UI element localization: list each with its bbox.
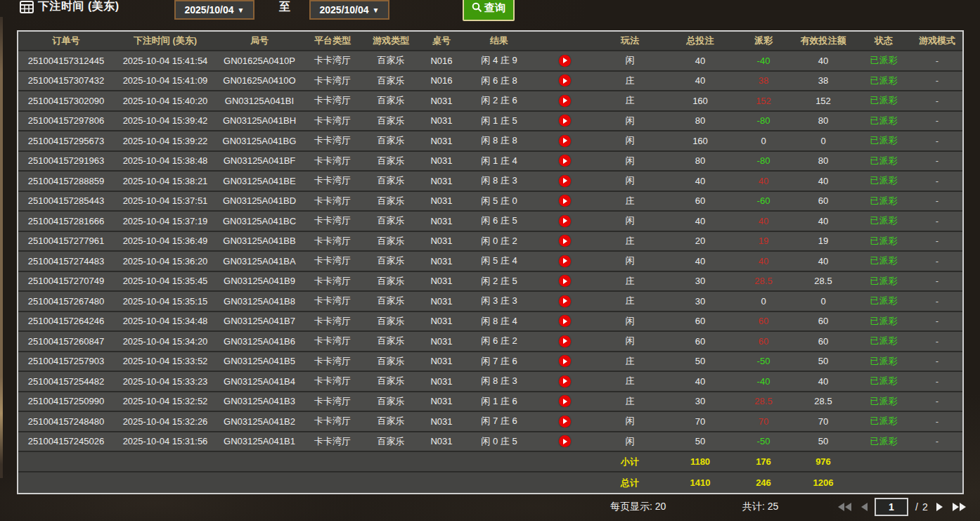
cell-play: 庄 xyxy=(595,94,665,107)
date-to-select[interactable]: 2025/10/04 ▼ xyxy=(309,0,389,20)
cell-order: 251004157274483 xyxy=(18,256,114,266)
cell-order: 251004157288859 xyxy=(18,176,114,186)
header-play: 玩法 xyxy=(595,34,665,47)
cell-total: 60 xyxy=(665,195,735,206)
first-page-button[interactable] xyxy=(835,500,854,514)
table-row: 2510041572484802025-10-04 15:32:26GN0312… xyxy=(18,412,962,432)
cell-order: 251004157295673 xyxy=(18,136,114,146)
page-number-input[interactable] xyxy=(875,498,908,516)
cell-video xyxy=(534,275,595,287)
grand-total-payout: 246 xyxy=(735,477,792,488)
replay-video-icon[interactable] xyxy=(559,275,571,287)
cell-time: 2025-10-04 15:34:48 xyxy=(114,316,217,326)
cell-valid: 80 xyxy=(792,155,855,166)
cell-table: N031 xyxy=(419,336,464,347)
replay-video-icon[interactable] xyxy=(559,255,571,267)
cell-result: 闲 2 庄 5 xyxy=(464,275,534,288)
cell-payout: 152 xyxy=(735,96,792,106)
last-page-button[interactable] xyxy=(950,500,969,514)
cell-status: 已派彩 xyxy=(855,395,913,408)
replay-video-icon[interactable] xyxy=(559,175,571,187)
cell-total: 40 xyxy=(665,256,735,266)
cell-video xyxy=(534,335,595,347)
subtotal-label: 小计 xyxy=(595,456,665,468)
replay-video-icon[interactable] xyxy=(559,155,571,167)
cell-platform: 卡卡湾厅 xyxy=(302,415,363,427)
header-total-bet: 总投注 xyxy=(665,34,735,47)
cell-round: GN03125A041B7 xyxy=(217,316,302,326)
cell-total: 80 xyxy=(665,115,735,126)
cell-play: 闲 xyxy=(595,214,665,227)
cell-payout: 60 xyxy=(735,316,792,326)
cell-order: 251004157281666 xyxy=(18,216,114,226)
cell-video xyxy=(534,75,595,86)
cell-payout: 40 xyxy=(735,216,792,226)
cell-time: 2025-10-04 15:33:52 xyxy=(114,356,217,366)
replay-video-icon[interactable] xyxy=(559,75,571,86)
replay-video-icon[interactable] xyxy=(559,55,571,67)
replay-video-icon[interactable] xyxy=(559,335,571,347)
next-page-button[interactable] xyxy=(934,500,946,514)
table-row: 2510041572707492025-10-04 15:35:45GN0312… xyxy=(18,272,962,292)
cell-time: 2025-10-04 15:37:19 xyxy=(114,216,217,226)
cell-video xyxy=(534,115,595,127)
table-row: 2510041572544822025-10-04 15:33:23GN0312… xyxy=(18,372,962,392)
cell-platform: 卡卡湾厅 xyxy=(302,375,363,387)
cell-game: 百家乐 xyxy=(363,255,419,267)
cell-time: 2025-10-04 15:32:52 xyxy=(114,396,217,406)
replay-video-icon[interactable] xyxy=(559,295,571,307)
table-row: 2510041572816662025-10-04 15:37:19GN0312… xyxy=(18,212,962,232)
filter-bar: 下注时间 (美东) 2025/10/04 ▼ 至 2025/10/04 ▼ 查询 xyxy=(0,0,980,28)
replay-video-icon[interactable] xyxy=(559,416,571,427)
cell-status: 已派彩 xyxy=(855,155,913,167)
cell-game: 百家乐 xyxy=(363,315,419,328)
cell-mode: - xyxy=(913,356,962,366)
replay-video-icon[interactable] xyxy=(559,135,571,147)
cell-round: GN03125A041BG xyxy=(217,136,302,146)
header-game: 游戏类型 xyxy=(363,34,419,47)
cell-play: 闲 xyxy=(595,174,665,187)
cell-payout: 40 xyxy=(735,176,792,186)
cell-mode: - xyxy=(913,296,962,307)
grand-total-label: 总计 xyxy=(595,477,665,489)
cell-status: 已派彩 xyxy=(855,94,913,107)
table-row: 2510041573124452025-10-04 15:41:54GN0162… xyxy=(18,51,962,72)
cell-time: 2025-10-04 15:41:54 xyxy=(114,56,217,66)
prev-page-button[interactable] xyxy=(858,500,870,514)
replay-video-icon[interactable] xyxy=(559,435,571,447)
cell-mode: - xyxy=(913,56,962,66)
replay-video-icon[interactable] xyxy=(559,395,571,407)
replay-video-icon[interactable] xyxy=(559,195,571,207)
cell-video xyxy=(534,395,595,407)
replay-video-icon[interactable] xyxy=(559,115,571,127)
cell-round: GN03125A041B8 xyxy=(217,296,302,307)
bet-time-filter-label: 下注时间 (美东) xyxy=(38,0,120,14)
replay-video-icon[interactable] xyxy=(559,375,571,387)
cell-play: 闲 xyxy=(595,134,665,147)
subtotal-payout: 176 xyxy=(735,456,792,467)
cell-table: N031 xyxy=(419,416,464,427)
cell-total: 80 xyxy=(665,155,735,166)
date-from-select[interactable]: 2025/10/04 ▼ xyxy=(174,0,254,20)
replay-video-icon[interactable] xyxy=(559,215,571,227)
replay-video-icon[interactable] xyxy=(559,315,571,327)
replay-video-icon[interactable] xyxy=(559,235,571,247)
table-row: 2510041572888592025-10-04 15:38:21GN0312… xyxy=(18,172,962,192)
cell-mode: - xyxy=(913,436,962,446)
cell-play: 庄 xyxy=(595,295,665,307)
cell-result: 闲 5 庄 4 xyxy=(464,255,534,267)
cell-video xyxy=(534,315,595,327)
cell-game: 百家乐 xyxy=(363,115,419,127)
replay-video-icon[interactable] xyxy=(559,355,571,367)
replay-video-icon[interactable] xyxy=(559,95,571,107)
cell-platform: 卡卡湾厅 xyxy=(302,115,363,127)
cell-time: 2025-10-04 15:36:20 xyxy=(114,256,217,266)
cell-round: GN03125A041BH xyxy=(217,115,302,126)
query-button[interactable]: 查询 xyxy=(463,0,515,21)
cell-round: GN03125A041BE xyxy=(217,176,302,186)
table-row: 2510041572854432025-10-04 15:37:51GN0312… xyxy=(18,192,962,212)
subtotal-row: 小计 1180 176 976 xyxy=(18,452,962,472)
cell-result: 闲 2 庄 6 xyxy=(464,94,534,107)
cell-time: 2025-10-04 15:38:21 xyxy=(114,176,217,186)
cell-mode: - xyxy=(913,96,962,106)
